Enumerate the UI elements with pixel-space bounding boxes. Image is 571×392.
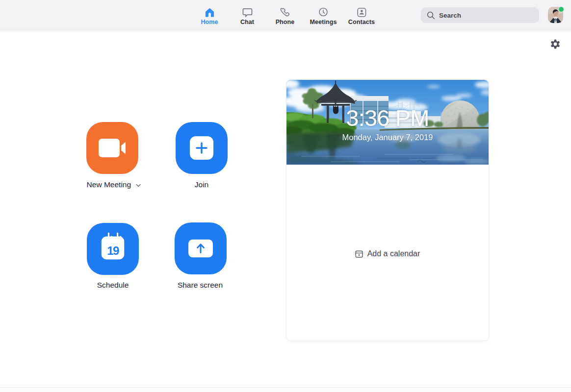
svg-text:19: 19 <box>107 244 119 257</box>
